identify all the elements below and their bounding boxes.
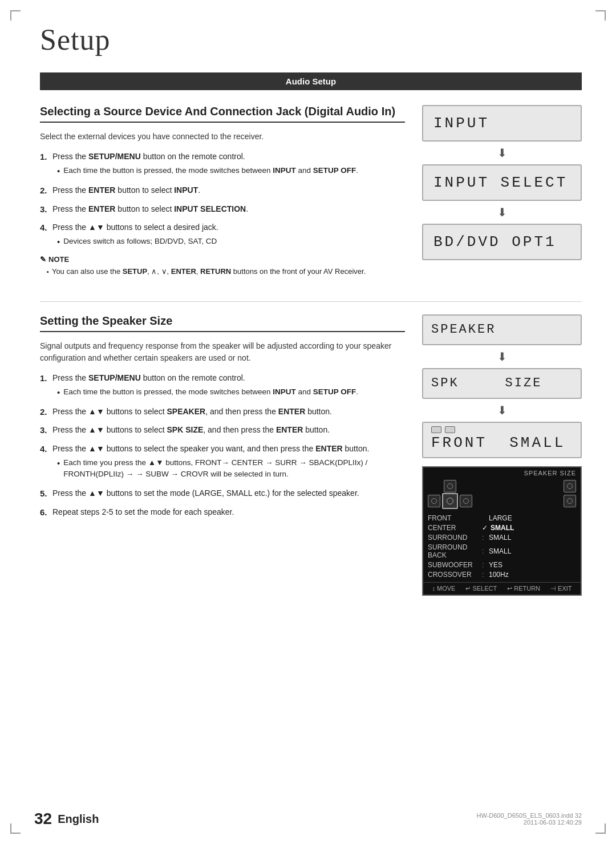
spk-label: SUBWOOFER	[428, 561, 482, 569]
spk-value: 100Hz	[489, 571, 509, 579]
lcd-front-small: FRONT SMALL	[431, 434, 573, 451]
corner-mark-tl	[10, 10, 21, 21]
page: Setup Audio Setup Selecting a Source Dev…	[0, 0, 616, 844]
note-box: ✎ NOTE You can also use the SETUP, ∧, ∨,…	[40, 255, 405, 277]
bold-text: SETUP/MENU	[88, 373, 141, 382]
lcd-speaker: SPEAKER	[422, 314, 582, 345]
step-content: Press the ▲▼ buttons to select SPK SIZE,…	[52, 424, 405, 436]
step-num: 2.	[40, 406, 52, 419]
sub-item: • Devices switch as follows; BD/DVD, SAT…	[57, 236, 405, 248]
section1-intro: Select the external devices you have con…	[40, 131, 405, 143]
spk-label: CENTER	[428, 524, 482, 532]
bullet: •	[57, 236, 60, 248]
step-num: 3.	[40, 424, 52, 437]
step-num: 5.	[40, 487, 52, 500]
return-icon: ↩	[507, 585, 512, 592]
bold-text: SETUP OFF	[313, 387, 356, 396]
spk-cone	[567, 483, 573, 489]
bullet: •	[57, 457, 60, 469]
spk-sep: ✓	[482, 524, 489, 532]
spk-icons-row	[423, 478, 581, 512]
bullet: •	[57, 165, 60, 177]
footer-exit: ⊣ EXIT	[550, 585, 572, 592]
spk-value: SMALL	[489, 534, 511, 542]
spk-sep: :	[482, 571, 489, 579]
step-content: Press the ▲▼ buttons to select the speak…	[52, 443, 405, 482]
select-label: SELECT	[472, 585, 497, 592]
bold-text: SPEAKER	[167, 407, 205, 416]
section1-content: Selecting a Source Device And Connection…	[40, 105, 582, 285]
step-num: 1.	[40, 372, 52, 385]
spk-cone	[463, 498, 469, 504]
spk-row-crossover: CROSSOVER : 100Hz	[423, 570, 581, 580]
sub-item: • Each time you press the ▲▼ buttons, FR…	[57, 457, 405, 480]
step-1-1: 1. Press the SETUP/MENU button on the re…	[40, 151, 405, 179]
bullet: •	[57, 386, 60, 398]
spk-sep: :	[482, 534, 489, 542]
spk-icon-top	[444, 480, 456, 492]
footer-date: 2011-06-03 12:40:29	[477, 819, 582, 826]
sub-list: • Devices switch as follows; BD/DVD, SAT…	[57, 236, 405, 248]
spk-value: LARGE	[489, 514, 512, 522]
spk-cone	[447, 483, 453, 489]
spk-cone	[447, 498, 453, 504]
sub-list: • Each time you press the ▲▼ buttons, FR…	[57, 457, 405, 480]
bold-text: INPUT	[174, 185, 198, 195]
bold-text: ENTER	[276, 425, 303, 434]
footer-right: HW-D600_D650S_ELS_0603.indd 32 2011-06-0…	[477, 812, 582, 826]
spk-sep	[482, 514, 489, 522]
note-item: You can also use the SETUP, ∧, ∨, ENTER,…	[47, 266, 405, 277]
lcd-arrow-1: ⬇	[422, 146, 582, 160]
spk-sep: :	[482, 561, 489, 569]
page-lang: English	[58, 813, 99, 826]
spk-cone	[431, 498, 437, 504]
corner-mark-br	[595, 823, 606, 834]
step-1-2: 2. Press the ENTER button to select INPU…	[40, 184, 405, 197]
exit-icon: ⊣	[550, 585, 556, 592]
bold-text: SETUP OFF	[313, 166, 356, 175]
corner-mark-bl	[10, 823, 21, 834]
section2-steps: 1. Press the SETUP/MENU button on the re…	[40, 372, 405, 519]
section1-heading: Selecting a Source Device And Connection…	[40, 105, 405, 123]
spk-table-footer: ↕ MOVE ↵ SELECT ↩ RETURN ⊣ EXIT	[423, 582, 581, 595]
spk-label: SURROUND	[428, 534, 482, 542]
lcd-front-small-container: FRONT SMALL	[422, 422, 582, 458]
spk-table-title: SPEAKER SIZE	[423, 467, 581, 478]
spk-sep: :	[482, 547, 489, 555]
top-speaker	[428, 480, 472, 492]
step-num: 4.	[40, 221, 52, 235]
step-content: Press the ENTER button to select INPUT.	[52, 184, 405, 196]
spk-row-subwoofer: SUBWOOFER : YES	[423, 560, 581, 570]
spk-value: SMALL	[491, 524, 514, 532]
lcd-arrow-3: ⬇	[422, 350, 582, 364]
bold-text: INPUT	[273, 387, 296, 396]
sub-list: • Each time the button is pressed, the m…	[57, 386, 405, 398]
step-2-1: 1. Press the SETUP/MENU button on the re…	[40, 372, 405, 400]
section2-intro: Signal outputs and frequency response fr…	[40, 340, 405, 364]
step-content: Repeat steps 2-5 to set the mode for eac…	[52, 506, 405, 518]
step-num: 4.	[40, 443, 52, 456]
exit-label: EXIT	[558, 585, 572, 592]
move-icon: ↕	[432, 585, 436, 592]
section2-left: Setting the Speaker Size Signal outputs …	[40, 314, 405, 525]
step-content: Press the ENTER button to select INPUT S…	[52, 203, 405, 215]
spk-icon-mid-r	[460, 495, 472, 507]
note-content: You can also use the SETUP, ∧, ∨, ENTER,…	[47, 266, 405, 277]
spk-icon-r	[564, 480, 576, 492]
footer-select: ↵ SELECT	[465, 585, 497, 592]
spk-row-surround-back: SURROUND BACK : SMALL	[423, 543, 581, 560]
lcd-cassette-icons	[431, 426, 573, 433]
spk-icon-r2	[564, 495, 576, 507]
bold-text: ENTER	[88, 204, 115, 213]
page-number: 32 English	[34, 810, 99, 828]
step-num: 6.	[40, 506, 52, 519]
step-content: Press the SETUP/MENU button on the remot…	[52, 372, 405, 400]
sub-text: Each time the button is pressed, the mod…	[63, 165, 358, 176]
footer-file: HW-D600_D650S_ELS_0603.indd 32	[477, 812, 582, 819]
lcd-input-select: INPUT SELECT	[422, 164, 582, 201]
spk-label: FRONT	[428, 514, 482, 522]
step-1-3: 3. Press the ENTER button to select INPU…	[40, 203, 405, 216]
cassette-icon-1	[431, 426, 441, 433]
bold-text: RETURN	[200, 267, 231, 276]
spk-label: CROSSOVER	[428, 571, 482, 579]
